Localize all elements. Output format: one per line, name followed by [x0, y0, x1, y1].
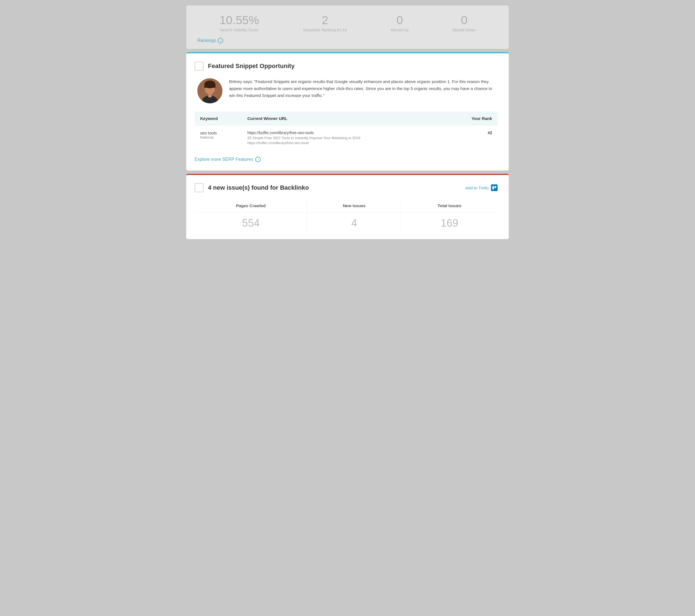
keyword-name: seo tools [200, 130, 236, 135]
issues-header: 4 new issue(s) found for Backlinko Add t… [194, 183, 498, 192]
add-trello-label: Add to Trello [465, 186, 489, 190]
svg-rect-7 [492, 186, 494, 189]
add-to-trello-button[interactable]: Add to Trello [465, 184, 498, 191]
advisor-quote: Britney says: "Featured Snippets are org… [229, 78, 498, 99]
total-issues-value: 169 [401, 213, 498, 234]
issues-table: Pages Crawled New Issues Total Issues 55… [194, 199, 498, 233]
issues-checkbox[interactable] [194, 183, 203, 192]
issues-title-row: 4 new issue(s) found for Backlinko [194, 183, 309, 192]
page-wrapper: 10.55% Search Visibility Score 2 Keyword… [186, 5, 509, 239]
url-desc: 25 Simple Free SEO Tools to Instantly Im… [248, 136, 440, 140]
rank-cell: #2 [446, 125, 498, 150]
keyword-location: National [200, 135, 236, 139]
col-your-rank: Your Rank [446, 112, 498, 125]
moved-down-value: 0 [453, 14, 476, 27]
featured-snippet-title: Featured Snippet Opportunity [208, 63, 295, 70]
table-row: seo tools National https://buffer.com/li… [194, 125, 498, 150]
featured-snippet-card: Featured Snippet Opportunity [186, 52, 509, 171]
stat-moved-down: 0 Moved Down [453, 14, 476, 32]
card-header: Featured Snippet Opportunity [194, 61, 498, 71]
stat-search-visibility: 10.55% Search Visibility Score [219, 14, 259, 32]
featured-snippet-checkbox[interactable] [194, 61, 203, 71]
keywords-ranking-label: Keywords Ranking #1-10 [303, 28, 347, 32]
stats-row: 10.55% Search Visibility Score 2 Keyword… [197, 14, 498, 32]
featured-snippet-table: Keyword Current Winner URL Your Rank seo… [194, 112, 498, 150]
col-keyword: Keyword [194, 112, 242, 125]
stats-card: 10.55% Search Visibility Score 2 Keyword… [186, 5, 509, 49]
explore-serp-link[interactable]: Explore more SERP Features › [194, 157, 261, 162]
url-main: https://buffer.com/library/free-seo-tool… [248, 130, 440, 135]
stat-keywords-ranking: 2 Keywords Ranking #1-10 [303, 14, 347, 32]
rankings-link-label: Rankings [197, 38, 216, 43]
trello-icon [491, 184, 498, 191]
explore-arrow-icon: › [255, 157, 261, 162]
advisor-avatar-svg [197, 78, 222, 103]
svg-rect-8 [495, 186, 496, 188]
col-pages-crawled: Pages Crawled [194, 199, 307, 213]
rankings-link[interactable]: Rankings › [197, 38, 223, 43]
keyword-cell: seo tools National [194, 125, 242, 150]
moved-down-label: Moved Down [453, 28, 476, 32]
col-new-issues: New Issues [307, 199, 401, 213]
advisor-avatar [197, 78, 222, 103]
col-total-issues: Total Issues [401, 199, 498, 213]
new-issues-value: 4 [307, 213, 401, 234]
search-visibility-label: Search Visibility Score [219, 28, 259, 32]
url-cell: https://buffer.com/library/free-seo-tool… [242, 125, 446, 150]
svg-rect-6 [208, 93, 211, 98]
trello-logo-svg [492, 186, 496, 189]
rankings-arrow-icon: › [218, 38, 223, 43]
issues-card: 4 new issue(s) found for Backlinko Add t… [186, 174, 509, 239]
url-sub: https://buffer.com/library/free-seo-tool… [248, 141, 440, 145]
keywords-ranking-value: 2 [303, 14, 347, 27]
moved-up-label: Moved Up [391, 28, 409, 32]
issues-title: 4 new issue(s) found for Backlinko [208, 184, 309, 191]
moved-up-value: 0 [391, 14, 409, 27]
pages-crawled-value: 554 [194, 213, 307, 234]
svg-rect-4 [204, 84, 216, 88]
search-visibility-value: 10.55% [219, 14, 259, 27]
issues-values-row: 554 4 169 [194, 213, 498, 234]
advisor-section: Britney says: "Featured Snippets are org… [194, 78, 498, 103]
col-winner-url: Current Winner URL [242, 112, 446, 125]
stat-moved-up: 0 Moved Up [391, 14, 409, 32]
explore-serp-label: Explore more SERP Features [194, 157, 253, 162]
